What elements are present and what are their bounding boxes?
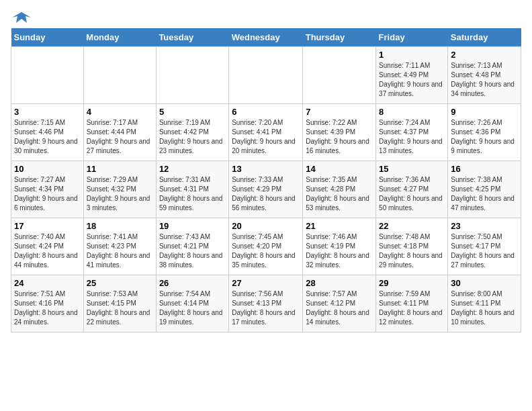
- calendar-cell: 12Sunrise: 7:31 AM Sunset: 4:31 PM Dayli…: [156, 161, 228, 218]
- day-number: 21: [306, 221, 373, 231]
- weekday-header-thursday: Thursday: [303, 28, 376, 47]
- day-number: 24: [14, 278, 81, 288]
- weekday-header-sunday: Sunday: [11, 28, 84, 47]
- day-info: Sunrise: 7:51 AM Sunset: 4:16 PM Dayligh…: [14, 289, 81, 327]
- calendar-cell: 2Sunrise: 7:13 AM Sunset: 4:48 PM Daylig…: [448, 47, 521, 104]
- calendar-cell: 1Sunrise: 7:11 AM Sunset: 4:49 PM Daylig…: [376, 47, 448, 104]
- day-info: Sunrise: 7:46 AM Sunset: 4:19 PM Dayligh…: [306, 232, 373, 270]
- day-info: Sunrise: 7:50 AM Sunset: 4:17 PM Dayligh…: [451, 232, 518, 270]
- day-number: 5: [159, 107, 226, 117]
- day-number: 29: [379, 278, 445, 288]
- day-number: 1: [379, 50, 445, 60]
- day-number: 28: [306, 278, 373, 288]
- day-info: Sunrise: 7:27 AM Sunset: 4:34 PM Dayligh…: [14, 175, 81, 213]
- calendar-cell: 5Sunrise: 7:19 AM Sunset: 4:42 PM Daylig…: [156, 104, 228, 161]
- calendar-cell: 7Sunrise: 7:22 AM Sunset: 4:39 PM Daylig…: [303, 104, 376, 161]
- day-info: Sunrise: 7:53 AM Sunset: 4:15 PM Dayligh…: [87, 289, 153, 327]
- day-number: 13: [232, 164, 300, 174]
- day-info: Sunrise: 7:57 AM Sunset: 4:12 PM Dayligh…: [306, 289, 373, 327]
- week-row-2: 3Sunrise: 7:15 AM Sunset: 4:46 PM Daylig…: [11, 104, 521, 161]
- calendar-cell: [229, 47, 303, 104]
- calendar-cell: 8Sunrise: 7:24 AM Sunset: 4:37 PM Daylig…: [376, 104, 448, 161]
- day-number: 9: [451, 107, 518, 117]
- week-row-5: 24Sunrise: 7:51 AM Sunset: 4:16 PM Dayli…: [11, 275, 521, 332]
- day-number: 7: [306, 107, 373, 117]
- calendar-cell: 24Sunrise: 7:51 AM Sunset: 4:16 PM Dayli…: [11, 275, 84, 332]
- calendar-cell: 3Sunrise: 7:15 AM Sunset: 4:46 PM Daylig…: [11, 104, 84, 161]
- calendar-cell: [83, 47, 156, 104]
- weekday-header-monday: Monday: [83, 28, 156, 47]
- week-row-3: 10Sunrise: 7:27 AM Sunset: 4:34 PM Dayli…: [11, 161, 521, 218]
- day-info: Sunrise: 7:41 AM Sunset: 4:23 PM Dayligh…: [87, 232, 153, 270]
- svg-marker-0: [12, 12, 31, 23]
- day-number: 17: [14, 221, 81, 231]
- day-info: Sunrise: 7:29 AM Sunset: 4:32 PM Dayligh…: [87, 175, 153, 213]
- day-info: Sunrise: 7:24 AM Sunset: 4:37 PM Dayligh…: [379, 118, 445, 156]
- day-info: Sunrise: 7:33 AM Sunset: 4:29 PM Dayligh…: [232, 175, 300, 213]
- calendar-cell: 13Sunrise: 7:33 AM Sunset: 4:29 PM Dayli…: [229, 161, 303, 218]
- calendar-cell: 17Sunrise: 7:40 AM Sunset: 4:24 PM Dayli…: [11, 218, 84, 275]
- calendar-cell: 30Sunrise: 8:00 AM Sunset: 4:11 PM Dayli…: [448, 275, 521, 332]
- day-info: Sunrise: 7:38 AM Sunset: 4:25 PM Dayligh…: [451, 175, 518, 213]
- day-info: Sunrise: 7:59 AM Sunset: 4:11 PM Dayligh…: [379, 289, 445, 327]
- day-info: Sunrise: 7:20 AM Sunset: 4:41 PM Dayligh…: [232, 118, 300, 156]
- day-number: 19: [159, 221, 226, 231]
- week-row-4: 17Sunrise: 7:40 AM Sunset: 4:24 PM Dayli…: [11, 218, 521, 275]
- calendar-cell: 27Sunrise: 7:56 AM Sunset: 4:13 PM Dayli…: [229, 275, 303, 332]
- day-info: Sunrise: 7:26 AM Sunset: 4:36 PM Dayligh…: [451, 118, 518, 156]
- logo: [11, 11, 31, 23]
- calendar-table: SundayMondayTuesdayWednesdayThursdayFrid…: [11, 28, 521, 332]
- calendar-cell: 6Sunrise: 7:20 AM Sunset: 4:41 PM Daylig…: [229, 104, 303, 161]
- calendar-cell: [156, 47, 228, 104]
- weekday-header-row: SundayMondayTuesdayWednesdayThursdayFrid…: [11, 28, 521, 47]
- day-number: 10: [14, 164, 81, 174]
- day-info: Sunrise: 7:13 AM Sunset: 4:48 PM Dayligh…: [451, 61, 518, 99]
- weekday-header-wednesday: Wednesday: [229, 28, 303, 47]
- day-info: Sunrise: 7:54 AM Sunset: 4:14 PM Dayligh…: [159, 289, 226, 327]
- day-number: 12: [159, 164, 226, 174]
- day-number: 27: [232, 278, 300, 288]
- day-number: 26: [159, 278, 226, 288]
- logo-bird-icon: [12, 11, 31, 26]
- day-number: 11: [87, 164, 153, 174]
- day-info: Sunrise: 7:31 AM Sunset: 4:31 PM Dayligh…: [159, 175, 226, 213]
- calendar-cell: 9Sunrise: 7:26 AM Sunset: 4:36 PM Daylig…: [448, 104, 521, 161]
- calendar-cell: 21Sunrise: 7:46 AM Sunset: 4:19 PM Dayli…: [303, 218, 376, 275]
- day-info: Sunrise: 7:43 AM Sunset: 4:21 PM Dayligh…: [159, 232, 226, 270]
- day-number: 8: [379, 107, 445, 117]
- day-info: Sunrise: 7:48 AM Sunset: 4:18 PM Dayligh…: [379, 232, 445, 270]
- day-number: 23: [451, 221, 518, 231]
- day-info: Sunrise: 7:35 AM Sunset: 4:28 PM Dayligh…: [306, 175, 373, 213]
- day-info: Sunrise: 7:22 AM Sunset: 4:39 PM Dayligh…: [306, 118, 373, 156]
- calendar-cell: 18Sunrise: 7:41 AM Sunset: 4:23 PM Dayli…: [83, 218, 156, 275]
- day-info: Sunrise: 7:36 AM Sunset: 4:27 PM Dayligh…: [379, 175, 445, 213]
- day-info: Sunrise: 7:17 AM Sunset: 4:44 PM Dayligh…: [87, 118, 153, 156]
- day-number: 3: [14, 107, 81, 117]
- day-number: 14: [306, 164, 373, 174]
- weekday-header-tuesday: Tuesday: [156, 28, 228, 47]
- calendar-cell: 15Sunrise: 7:36 AM Sunset: 4:27 PM Dayli…: [376, 161, 448, 218]
- day-number: 22: [379, 221, 445, 231]
- week-row-1: 1Sunrise: 7:11 AM Sunset: 4:49 PM Daylig…: [11, 47, 521, 104]
- day-info: Sunrise: 8:00 AM Sunset: 4:11 PM Dayligh…: [451, 289, 518, 327]
- calendar-cell: [303, 47, 376, 104]
- day-info: Sunrise: 7:40 AM Sunset: 4:24 PM Dayligh…: [14, 232, 81, 270]
- calendar-cell: 28Sunrise: 7:57 AM Sunset: 4:12 PM Dayli…: [303, 275, 376, 332]
- day-number: 20: [232, 221, 300, 231]
- day-number: 30: [451, 278, 518, 288]
- day-number: 15: [379, 164, 445, 174]
- calendar-cell: 14Sunrise: 7:35 AM Sunset: 4:28 PM Dayli…: [303, 161, 376, 218]
- day-number: 16: [451, 164, 518, 174]
- weekday-header-friday: Friday: [376, 28, 448, 47]
- calendar-cell: 11Sunrise: 7:29 AM Sunset: 4:32 PM Dayli…: [83, 161, 156, 218]
- day-info: Sunrise: 7:45 AM Sunset: 4:20 PM Dayligh…: [232, 232, 300, 270]
- calendar-cell: 19Sunrise: 7:43 AM Sunset: 4:21 PM Dayli…: [156, 218, 228, 275]
- day-number: 6: [232, 107, 300, 117]
- header: [11, 11, 521, 23]
- day-info: Sunrise: 7:56 AM Sunset: 4:13 PM Dayligh…: [232, 289, 300, 327]
- weekday-header-saturday: Saturday: [448, 28, 521, 47]
- calendar-cell: 20Sunrise: 7:45 AM Sunset: 4:20 PM Dayli…: [229, 218, 303, 275]
- day-number: 4: [87, 107, 153, 117]
- day-number: 25: [87, 278, 153, 288]
- day-info: Sunrise: 7:19 AM Sunset: 4:42 PM Dayligh…: [159, 118, 226, 156]
